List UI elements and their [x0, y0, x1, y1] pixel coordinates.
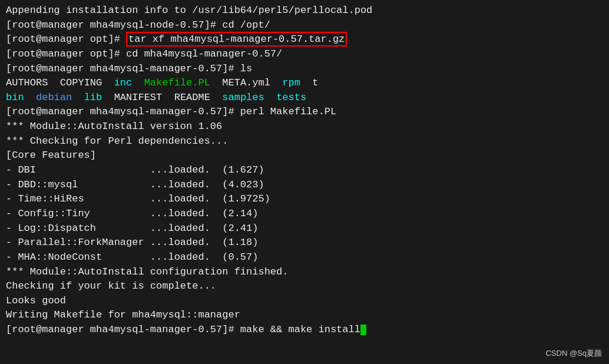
terminal-text: samples [222, 92, 276, 103]
terminal-text: Makefile.PL [144, 77, 223, 88]
terminal-line-17: - Parallel::ForkManager ...loaded. (1.18… [6, 236, 603, 250]
terminal-text: *** Module::AutoInstall version 1.06 [6, 121, 222, 132]
terminal-text: [root@manager opt]# [6, 34, 126, 45]
watermark-label: CSDN @Sq夏颜 [545, 348, 602, 359]
terminal-text: lib [84, 92, 114, 103]
terminal-text: Appending installation info to /usr/lib6… [6, 5, 372, 16]
terminal-text: bin [6, 92, 36, 103]
terminal-text: AUTHORS [6, 77, 60, 88]
terminal-text: - Parallel::ForkManager ...loaded. (1.18… [6, 237, 258, 248]
terminal-text: Writing Makefile for mha4mysql::manager [6, 309, 240, 320]
terminal-text: tests [276, 92, 306, 103]
terminal-line-22: Writing Makefile for mha4mysql::manager [6, 308, 603, 323]
terminal-text: Checking if your kit is complete... [6, 280, 216, 292]
terminal-text: [root@manager opt]# cd mha4mysql-manager… [6, 48, 282, 59]
terminal-line-5: [root@manager mha4mysql-manager-0.57]# l… [6, 62, 603, 77]
terminal-text: - DBI ...loaded. (1.627) [6, 164, 264, 176]
terminal-text: MANIFEST [114, 92, 174, 103]
terminal-text: debian [36, 92, 84, 103]
terminal-window: Appending installation info to /usr/lib6… [0, 0, 609, 364]
terminal-text: - Log::Dispatch ...loaded. (2.41) [6, 223, 258, 234]
terminal-line-23: [root@manager mha4mysql-manager-0.57]# m… [6, 323, 603, 337]
terminal-line-15: - Config::Tiny ...loaded. (2.14) [6, 207, 603, 221]
terminal-text: - Time::HiRes ...loaded. (1.9725) [6, 193, 270, 204]
terminal-text: inc [114, 77, 144, 88]
terminal-line-21: Looks good [6, 294, 603, 309]
terminal-line-16: - Log::Dispatch ...loaded. (2.41) [6, 221, 603, 236]
terminal-line-10: *** Checking for Perl dependencies... [6, 134, 603, 149]
terminal-text: rpm [282, 77, 312, 88]
terminal-text: [Core Features] [6, 150, 96, 161]
terminal-text: *** Module::AutoInstall configuration fi… [6, 266, 288, 277]
terminal-line-11: [Core Features] [6, 148, 603, 163]
terminal-line-19: *** Module::AutoInstall configuration fi… [6, 265, 603, 280]
terminal-line-7: bin debian lib MANIFEST README samples t… [6, 91, 603, 105]
terminal-text: README [174, 92, 223, 103]
terminal-cursor [360, 325, 366, 335]
terminal-text: [root@manager mha4mysql-manager-0.57]# m… [6, 324, 360, 335]
terminal-line-18: - MHA::NodeConst ...loaded. (0.57) [6, 250, 603, 265]
terminal-text: COPYING [60, 77, 114, 88]
terminal-line-20: Checking if your kit is complete... [6, 279, 603, 294]
terminal-text: t [312, 77, 318, 88]
terminal-line-13: - DBD::mysql ...loaded. (4.023) [6, 178, 603, 193]
terminal-line-1: Appending installation info to /usr/lib6… [6, 4, 603, 18]
terminal-text: Looks good [6, 295, 66, 306]
terminal-line-4: [root@manager opt]# cd mha4mysql-manager… [6, 47, 603, 62]
terminal-line-12: - DBI ...loaded. (1.627) [6, 163, 603, 178]
terminal-line-9: *** Module::AutoInstall version 1.06 [6, 120, 603, 134]
terminal-line-8: [root@manager mha4mysql-manager-0.57]# p… [6, 105, 603, 120]
terminal-text: - DBD::mysql ...loaded. (4.023) [6, 179, 264, 190]
terminal-line-3: [root@manager opt]# tar xf mha4mysql-man… [6, 32, 603, 47]
highlighted-command: tar xf mha4mysql-manager-0.57.tar.gz [126, 32, 347, 47]
terminal-line-6: AUTHORS COPYING inc Makefile.PL META.yml… [6, 76, 603, 91]
terminal-line-2: [root@manager mha4mysql-node-0.57]# cd /… [6, 18, 603, 33]
terminal-text: [root@manager mha4mysql-manager-0.57]# l… [6, 63, 252, 74]
terminal-line-14: - Time::HiRes ...loaded. (1.9725) [6, 192, 603, 207]
terminal-text: *** Checking for Perl dependencies... [6, 135, 228, 147]
terminal-text: - MHA::NodeConst ...loaded. (0.57) [6, 252, 258, 263]
terminal-text: [root@manager mha4mysql-node-0.57]# cd /… [6, 19, 270, 31]
terminal-text: [root@manager mha4mysql-manager-0.57]# p… [6, 106, 336, 117]
terminal-text: - Config::Tiny ...loaded. (2.14) [6, 208, 258, 219]
terminal-text: META.yml [222, 77, 282, 88]
